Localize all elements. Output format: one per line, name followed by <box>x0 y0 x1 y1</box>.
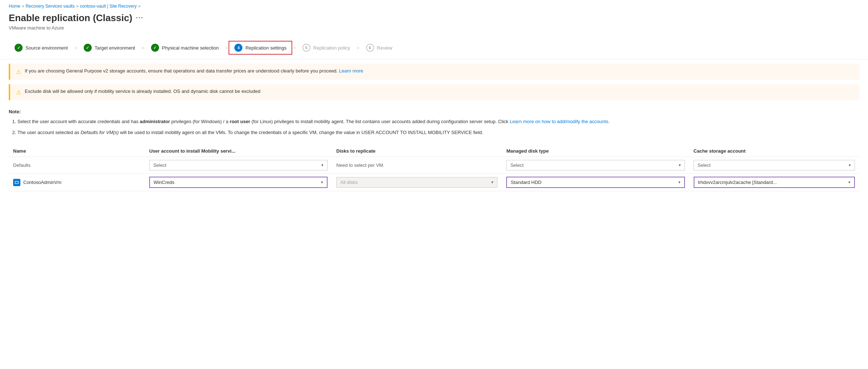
vm-cache-dropdown-value: lrhdxvv2arcmjulv2acache [Standard... <box>698 180 777 185</box>
vm-icon <box>13 179 20 186</box>
step-3-label: Physical machine selection <box>162 45 219 51</box>
note-item-1: Select the user account with accurate cr… <box>17 118 859 125</box>
note-title: Note: <box>9 109 859 114</box>
table-section: Name User account to install Mobility se… <box>0 142 868 200</box>
vm-name-label: ContosoAdminVm <box>23 180 62 185</box>
defaults-user-cell: Select ▾ <box>145 157 332 174</box>
step-6-circle: 6 <box>366 44 374 52</box>
defaults-cache-cell: Select ▾ <box>689 157 859 174</box>
vm-disks-dropdown-arrow: ▾ <box>491 180 494 185</box>
note-list: Select the user account with accurate cr… <box>9 118 859 136</box>
note-item-2: The user account selected as Defaults fo… <box>17 129 859 136</box>
step-1-circle: ✓ <box>15 44 23 52</box>
breadcrumb: Home > Recovery Services vaults > contos… <box>0 0 868 11</box>
breadcrumb-sep-2: > <box>76 4 78 8</box>
alert-text-2: Exclude disk will be allowed only if mob… <box>25 89 260 94</box>
defaults-name-cell: Defaults <box>9 157 145 174</box>
page-header: Enable replication (Classic) ··· VMware … <box>0 11 868 36</box>
vm-user-cell: WinCreds ▾ <box>145 174 332 191</box>
step-4-label: Replication settings <box>245 45 286 51</box>
defaults-user-dropdown-value: Select <box>153 162 166 168</box>
warning-icon-2: ⚠ <box>16 89 21 96</box>
alert-exclude-disk: ⚠ Exclude disk will be allowed only if m… <box>9 84 859 100</box>
vm-cache-dropdown[interactable]: lrhdxvv2arcmjulv2acache [Standard... ▾ <box>694 177 855 188</box>
vm-disks-dropdown-value: All disks <box>340 180 358 185</box>
alert-learn-more-link-1[interactable]: Learn more <box>339 68 363 74</box>
step-5-circle: 5 <box>302 44 310 52</box>
alert-text-1: If you are choosing General Purpose v2 s… <box>25 68 363 74</box>
page-subtitle: VMware machine to Azure <box>9 25 859 31</box>
vm-cache-dropdown-arrow: ▾ <box>848 180 851 185</box>
vm-disktype-dropdown-arrow: ▾ <box>678 180 681 185</box>
step-1-label: Source environment <box>25 45 68 51</box>
defaults-user-dropdown-arrow: ▾ <box>321 163 324 168</box>
step-2-label: Target environment <box>95 45 135 51</box>
defaults-disktype-dropdown-value: Select <box>510 162 523 168</box>
step-2-circle: ✓ <box>84 44 92 52</box>
vm-disktype-dropdown[interactable]: Standard HDD ▾ <box>506 177 685 188</box>
step-5-label: Replication policy <box>313 45 350 51</box>
alert-gp-v2: ⚠ If you are choosing General Purpose v2… <box>9 64 859 80</box>
step-6-label: Review <box>377 45 393 51</box>
step-replication-settings[interactable]: 4 Replication settings <box>229 41 292 55</box>
wizard-steps: ✓ Source environment > ✓ Target environm… <box>0 36 868 59</box>
svg-rect-1 <box>15 181 18 183</box>
breadcrumb-site-recovery[interactable]: contoso-vault | Site Recovery <box>80 4 137 9</box>
step-sep-4: > <box>293 45 296 51</box>
defaults-disktype-cell: Select ▾ <box>502 157 689 174</box>
step-sep-5: > <box>357 45 360 51</box>
vm-icon-svg <box>15 180 19 185</box>
vm-name-cell: ContosoAdminVm <box>9 174 145 191</box>
step-sep-3: > <box>225 45 228 51</box>
step-replication-policy[interactable]: 5 Replication policy <box>297 41 356 55</box>
table-row-vm: ContosoAdminVm WinCreds ▾ All disks ▾ <box>9 174 859 191</box>
table-row-defaults: Defaults Select ▾ Need to select per VM.… <box>9 157 859 174</box>
breadcrumb-sep-3: > <box>138 4 140 8</box>
col-header-disks: Disks to replicate <box>332 145 502 157</box>
warning-icon-1: ⚠ <box>16 68 21 75</box>
vm-disktype-cell: Standard HDD ▾ <box>502 174 689 191</box>
step-source-environment[interactable]: ✓ Source environment <box>9 41 74 55</box>
step-review[interactable]: 6 Review <box>360 41 399 55</box>
more-options-button[interactable]: ··· <box>136 14 144 22</box>
defaults-user-dropdown[interactable]: Select ▾ <box>149 160 328 170</box>
col-header-user: User account to install Mobility servi..… <box>145 145 332 157</box>
step-sep-1: > <box>74 45 77 51</box>
page-title-text: Enable replication (Classic) <box>9 12 132 24</box>
defaults-disktype-dropdown[interactable]: Select ▾ <box>506 160 685 170</box>
step-4-circle: 4 <box>234 44 242 52</box>
breadcrumb-vaults[interactable]: Recovery Services vaults <box>25 4 75 9</box>
vm-cache-cell: lrhdxvv2arcmjulv2acache [Standard... ▾ <box>689 174 859 191</box>
vm-disks-dropdown[interactable]: All disks ▾ <box>336 177 498 188</box>
step-3-circle: ✓ <box>151 44 159 52</box>
col-header-cache: Cache storage account <box>689 145 859 157</box>
note-section: Note: Select the user account with accur… <box>0 105 868 142</box>
defaults-disks-cell: Need to select per VM. <box>332 157 502 174</box>
breadcrumb-home[interactable]: Home <box>9 4 20 9</box>
breadcrumb-sep-1: > <box>22 4 24 8</box>
col-header-name: Name <box>9 145 145 157</box>
col-header-disk-type: Managed disk type <box>502 145 689 157</box>
step-target-environment[interactable]: ✓ Target environment <box>78 41 141 55</box>
vm-table: Name User account to install Mobility se… <box>9 145 859 191</box>
defaults-disktype-dropdown-arrow: ▾ <box>679 163 681 168</box>
vm-user-dropdown[interactable]: WinCreds ▾ <box>149 177 328 188</box>
learn-more-link[interactable]: Learn more on how to add/modify the acco… <box>510 119 610 124</box>
vm-disktype-dropdown-value: Standard HDD <box>511 180 542 185</box>
step-sep-2: > <box>142 45 144 51</box>
defaults-cache-dropdown[interactable]: Select ▾ <box>694 160 855 170</box>
vm-disks-cell: All disks ▾ <box>332 174 502 191</box>
step-physical-machine[interactable]: ✓ Physical machine selection <box>145 41 225 55</box>
defaults-cache-dropdown-value: Select <box>698 162 711 168</box>
defaults-cache-dropdown-arrow: ▾ <box>849 163 851 168</box>
vm-user-dropdown-arrow: ▾ <box>321 180 323 185</box>
vm-user-dropdown-value: WinCreds <box>154 180 174 185</box>
